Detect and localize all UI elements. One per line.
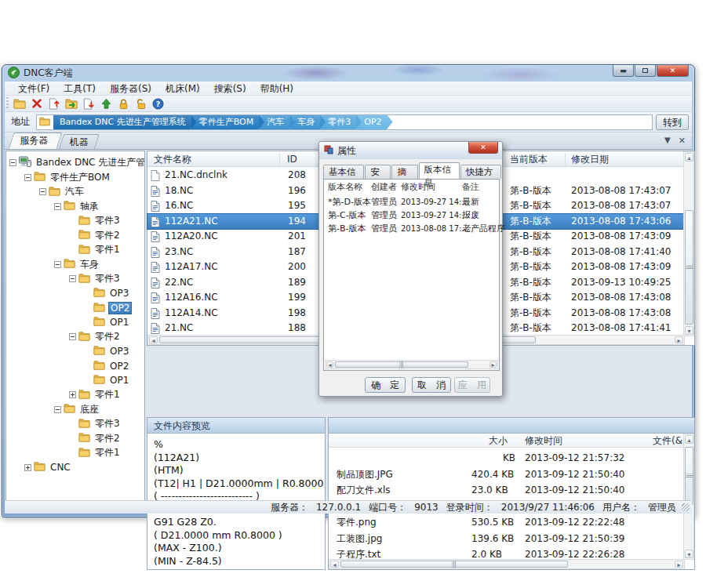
breadcrumb-segment-4[interactable]: 零件3 xyxy=(320,114,362,130)
tree-item-13[interactable]: OP3 xyxy=(84,344,130,359)
tree-item-8[interactable]: 零件3 xyxy=(69,271,122,286)
tree-item-17[interactable]: 底座 xyxy=(54,402,100,417)
help-button[interactable]: ? xyxy=(149,96,166,111)
collapse-icon[interactable] xyxy=(54,261,61,268)
cancel-button[interactable]: 取 消 xyxy=(412,377,451,393)
tree-item-12[interactable]: 零件2 xyxy=(69,329,122,344)
collapse-icon[interactable] xyxy=(39,188,46,195)
tree-item-2[interactable]: 汽车 xyxy=(39,184,86,199)
expand-icon[interactable] xyxy=(24,464,31,471)
dialog-tab-3[interactable]: 版本信息 xyxy=(419,162,460,179)
tree-item-21[interactable]: CNC xyxy=(24,460,72,475)
related-row-2[interactable]: 配刀文件.xls23.0 KB2013-09-12 21:50:40 xyxy=(329,482,683,499)
ok-button[interactable]: 确 定 xyxy=(365,377,406,393)
version-row-0[interactable]: *第-D-版本管理员2013-09-27 14:...最新 xyxy=(324,195,499,209)
tree-item-14[interactable]: OP2 xyxy=(84,358,130,373)
resize-grip[interactable] xyxy=(682,503,690,511)
send-up-button[interactable] xyxy=(97,96,115,111)
column-header-id[interactable]: ID xyxy=(287,151,297,167)
tree-item-18[interactable]: 零件3 xyxy=(69,416,122,431)
title-bar[interactable]: DNC客户端 ▬ ✕ xyxy=(2,65,694,82)
dialog-tab-1[interactable]: 安全 xyxy=(365,165,391,179)
file-upload-button[interactable] xyxy=(45,96,63,111)
menu-item-5[interactable]: 帮助(H) xyxy=(253,82,300,96)
menu-item-0[interactable]: 文件(F) xyxy=(11,82,56,96)
version-row-1[interactable]: 第-C-版本管理员2013-09-27 14:...报废 xyxy=(324,209,499,222)
collapse-icon[interactable] xyxy=(69,275,76,282)
expand-icon[interactable] xyxy=(69,391,76,398)
dialog-tab-4[interactable]: 快捷方式 xyxy=(460,165,501,179)
tree-item-10[interactable]: OP2 xyxy=(84,300,132,315)
collapse-icon[interactable] xyxy=(69,333,76,340)
dialog-close-button[interactable]: ✕ xyxy=(468,142,498,154)
address-input[interactable]: Bandex DNC 先进生产管理系统零件生产BOM汽车车身零件3OP2 xyxy=(36,114,653,130)
related-hscrollbar[interactable]: ◂ ▸ xyxy=(329,559,685,569)
related-row-5[interactable]: 工装图.jpg139.6 KB2013-09-12 21:50:39 xyxy=(329,531,683,547)
tree-item-11[interactable]: OP1 xyxy=(84,315,130,330)
hscroll-thumb[interactable] xyxy=(340,561,568,568)
menu-item-1[interactable]: 工具(T) xyxy=(56,82,103,96)
breadcrumb-segment-0[interactable]: Bandex DNC 先进生产管理系统 xyxy=(53,114,197,130)
collapse-icon[interactable] xyxy=(54,406,61,413)
file-icon xyxy=(151,216,160,230)
column-header-date[interactable]: 修改日期 xyxy=(571,151,609,167)
tree-item-3[interactable]: 轴承 xyxy=(54,199,100,214)
tab-server[interactable]: 服务器 xyxy=(9,132,63,149)
minimize-button[interactable]: ▬ xyxy=(613,65,634,77)
file-name: 112A16.NC xyxy=(165,290,218,306)
dialog-column-version[interactable]: 版本名称 xyxy=(328,181,362,194)
close-button[interactable]: ✕ xyxy=(657,65,689,77)
column-header-time[interactable]: 修改时间 xyxy=(525,434,562,448)
menu-item-4[interactable]: 搜索(S) xyxy=(207,82,253,96)
vscroll-thumb[interactable] xyxy=(685,210,693,325)
file-download-button[interactable] xyxy=(80,96,97,111)
vscroll-thumb[interactable] xyxy=(685,447,693,505)
menu-item-2[interactable]: 服务器(S) xyxy=(103,82,158,96)
dialog-tab-0[interactable]: 基本信息 xyxy=(323,165,364,179)
menu-item-3[interactable]: 机床(M) xyxy=(158,82,207,96)
related-row-1[interactable]: 制品顶图.JPG420.4 KB2013-09-12 21:50:40 xyxy=(329,466,683,483)
maximize-button[interactable] xyxy=(635,65,656,77)
column-header-file[interactable]: 文件(& xyxy=(653,434,682,448)
breadcrumb-segment-1[interactable]: 零件生产BOM xyxy=(191,114,265,130)
dialog-title-bar[interactable]: 属性 ✕ xyxy=(319,142,502,159)
hscroll-thumb[interactable] xyxy=(335,361,468,368)
apply-button[interactable]: 应 用 xyxy=(454,377,490,393)
related-vscrollbar[interactable]: ▴ ▾ xyxy=(683,434,694,560)
tabs-close-icon[interactable]: ✕ xyxy=(679,136,686,146)
tab-machine[interactable]: 机器 xyxy=(59,134,100,149)
collapse-icon[interactable] xyxy=(24,174,31,181)
tree-item-0[interactable]: Bandex DNC 先进生产管理系统 xyxy=(9,155,145,170)
file-list-vscrollbar[interactable]: ▴ ▾ xyxy=(683,151,694,336)
related-row-0[interactable]: KB2013-09-12 21:57:32 xyxy=(329,450,683,466)
tree-item-16[interactable]: 零件1 xyxy=(69,387,122,402)
collapse-icon[interactable] xyxy=(9,159,16,166)
new-folder-button[interactable] xyxy=(11,96,28,111)
tree-item-5[interactable]: 零件2 xyxy=(69,228,122,243)
go-button[interactable]: 转到 xyxy=(656,114,689,130)
collapse-icon[interactable] xyxy=(54,203,61,210)
dialog-hscrollbar[interactable]: ◂ ▸ xyxy=(325,360,498,369)
dialog-column-creator[interactable]: 创建者 xyxy=(371,181,397,194)
tree-item-20[interactable]: 零件1 xyxy=(69,445,122,460)
tabs-dropdown-icon[interactable]: ▼ xyxy=(664,136,671,146)
delete-button[interactable] xyxy=(28,96,45,111)
tree-item-7[interactable]: 车身 xyxy=(54,257,100,272)
lock-button[interactable] xyxy=(115,96,132,111)
tree-item-15[interactable]: OP1 xyxy=(84,373,130,388)
version-row-2[interactable]: 第-B-版本管理员2013-08-08 17:...老产品程序 xyxy=(324,222,499,235)
column-header-version[interactable]: 当前版本 xyxy=(510,151,548,167)
folder-open-button[interactable] xyxy=(63,96,80,111)
tree-item-9[interactable]: OP3 xyxy=(84,286,130,301)
dialog-column-remark[interactable]: 备注 xyxy=(462,181,479,194)
column-header-size[interactable]: 大小 xyxy=(489,434,508,448)
tree-item-19[interactable]: 零件2 xyxy=(69,431,122,446)
dialog-tab-2[interactable]: 摘要 xyxy=(391,165,417,179)
tree-item-1[interactable]: 零件生产BOM xyxy=(24,170,111,185)
tree-item-6[interactable]: 零件1 xyxy=(69,242,122,257)
column-header-name[interactable]: 文件名称 xyxy=(154,151,191,167)
tree-item-4[interactable]: 零件3 xyxy=(69,213,122,228)
unlock-button[interactable] xyxy=(132,96,149,111)
toolbar-grip[interactable] xyxy=(6,97,9,110)
related-row-4[interactable]: 零件.png530.5 KB2013-09-12 22:22:48 xyxy=(329,514,683,531)
